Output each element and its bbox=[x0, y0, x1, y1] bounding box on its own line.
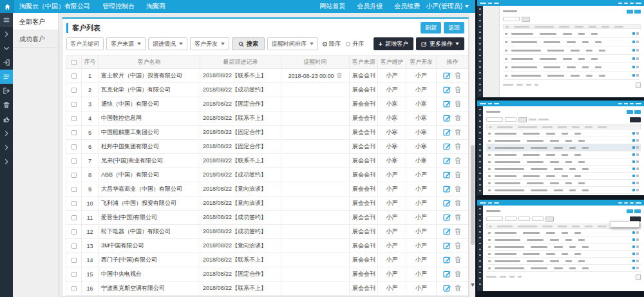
preview-row bbox=[486, 180, 641, 187]
delete-button[interactable] bbox=[454, 86, 462, 95]
preview-window-2[interactable] bbox=[477, 101, 644, 195]
refresh-button[interactable]: 刷新 bbox=[421, 22, 441, 34]
row-checkbox[interactable] bbox=[71, 102, 77, 107]
vertical-scrollbar[interactable] bbox=[470, 13, 475, 297]
nav-shop[interactable]: 淘聚商 bbox=[140, 2, 171, 11]
edit-button[interactable] bbox=[443, 86, 451, 95]
preview-row bbox=[486, 130, 641, 137]
row-checkbox[interactable] bbox=[71, 244, 77, 249]
nav-site-home[interactable]: 网站首页 bbox=[314, 2, 351, 11]
chevron-right-icon[interactable] bbox=[0, 155, 13, 169]
nav-console[interactable]: 管理控制台 bbox=[97, 2, 140, 11]
customer-keeper: 小寒 bbox=[378, 97, 406, 111]
keyword-input[interactable] bbox=[66, 37, 104, 50]
select-all-checkbox[interactable] bbox=[71, 60, 77, 65]
search-button[interactable]: 搜索 bbox=[232, 37, 265, 50]
edit-button[interactable] bbox=[443, 72, 451, 81]
delete-button[interactable] bbox=[454, 128, 462, 137]
scrollbar-down-arrow[interactable] bbox=[471, 283, 475, 287]
sort-asc-radio[interactable]: 升序 bbox=[346, 40, 364, 48]
reminder-delete-icon[interactable] bbox=[336, 72, 343, 80]
home-button[interactable] bbox=[0, 0, 14, 13]
sign-in-icon[interactable] bbox=[0, 55, 13, 70]
submenu-item-2[interactable]: 成功客户 bbox=[13, 30, 58, 48]
edit-button[interactable] bbox=[443, 213, 451, 222]
text-placeholder bbox=[546, 154, 555, 156]
col-header: 序号 bbox=[82, 56, 99, 69]
row-checkbox[interactable] bbox=[71, 272, 77, 277]
row-checkbox[interactable] bbox=[71, 229, 77, 235]
preview-window-1[interactable] bbox=[477, 0, 644, 97]
row-checkbox[interactable] bbox=[71, 88, 77, 93]
row-checkbox[interactable] bbox=[71, 73, 77, 79]
thumbs-up-icon[interactable] bbox=[0, 112, 13, 126]
edit-button[interactable] bbox=[443, 256, 451, 265]
preview-title-row bbox=[503, 8, 641, 14]
chevron-down-icon[interactable] bbox=[0, 41, 13, 55]
delete-button[interactable] bbox=[454, 72, 462, 81]
submenu-item-1[interactable]: 全部客户 bbox=[13, 13, 58, 30]
sort-desc-radio[interactable]: 降序 bbox=[323, 40, 341, 48]
nav-member-upgrade[interactable]: 会员升级 bbox=[351, 2, 388, 11]
delete-button[interactable] bbox=[454, 142, 462, 151]
nav-member-renew[interactable]: 会员续费 bbox=[388, 2, 426, 11]
followup-select[interactable]: 跟进情况 bbox=[148, 37, 187, 50]
edit-button[interactable] bbox=[443, 142, 451, 151]
edit-button[interactable] bbox=[443, 171, 451, 180]
row-checkbox[interactable] bbox=[71, 173, 77, 178]
edit-button[interactable] bbox=[443, 185, 451, 194]
row-checkbox[interactable] bbox=[71, 258, 77, 263]
delete-button[interactable] bbox=[454, 199, 462, 208]
row-checkbox[interactable] bbox=[71, 130, 77, 135]
user-menu[interactable]: 小严(管理员) bbox=[426, 2, 475, 11]
chevron-right-icon[interactable] bbox=[0, 126, 13, 140]
delete-button[interactable] bbox=[454, 242, 462, 251]
delete-button[interactable] bbox=[454, 100, 462, 109]
delete-button[interactable] bbox=[454, 270, 462, 279]
edit-button[interactable] bbox=[443, 128, 451, 137]
delete-button[interactable] bbox=[454, 157, 462, 166]
more-actions-button[interactable]: 更多操作 bbox=[416, 37, 464, 50]
back-button[interactable]: 返回 bbox=[444, 22, 464, 34]
company-name[interactable]: 淘聚云（中国）有限公司 bbox=[14, 2, 97, 11]
preview-edit-icon bbox=[632, 146, 635, 149]
edit-button[interactable] bbox=[443, 100, 451, 109]
text-placeholder bbox=[486, 276, 497, 278]
edit-button[interactable] bbox=[443, 270, 451, 279]
edit-button[interactable] bbox=[443, 284, 451, 293]
edit-button[interactable] bbox=[443, 114, 451, 123]
trash-icon[interactable] bbox=[0, 98, 13, 112]
source-select[interactable]: 客户来源 bbox=[106, 37, 146, 50]
chevron-right-icon[interactable] bbox=[0, 140, 13, 155]
customer-source: 展会会刊 bbox=[350, 126, 378, 140]
row-checkbox[interactable] bbox=[71, 116, 77, 121]
edit-button[interactable] bbox=[443, 227, 451, 236]
edit-button[interactable] bbox=[443, 157, 451, 166]
delete-button[interactable] bbox=[454, 114, 462, 123]
list-icon[interactable] bbox=[0, 70, 13, 84]
chevron-right-icon[interactable] bbox=[0, 27, 13, 41]
scrollbar-thumb[interactable] bbox=[471, 145, 475, 245]
followup-record: 2018/08/22【成功签约】 bbox=[200, 168, 281, 182]
customer-source: 展会会刊 bbox=[350, 211, 378, 225]
delete-button[interactable] bbox=[454, 185, 462, 194]
row-checkbox[interactable] bbox=[71, 144, 77, 149]
row-checkbox[interactable] bbox=[71, 215, 77, 220]
delete-button[interactable] bbox=[454, 256, 462, 265]
develop-select[interactable]: 客户开发 bbox=[190, 37, 229, 50]
sign-out-icon[interactable] bbox=[0, 84, 13, 98]
row-checkbox[interactable] bbox=[71, 286, 77, 291]
delete-button[interactable] bbox=[454, 227, 462, 236]
row-checkbox[interactable] bbox=[71, 158, 77, 164]
reminder-sort-select[interactable]: 提醒时间排序 bbox=[267, 37, 318, 50]
edit-button[interactable] bbox=[443, 242, 451, 251]
delete-button[interactable] bbox=[454, 284, 462, 293]
preview-window-3[interactable] bbox=[477, 200, 644, 291]
row-checkbox[interactable] bbox=[71, 201, 77, 206]
row-checkbox[interactable] bbox=[71, 187, 77, 192]
add-customer-button[interactable]: + 新增客户 bbox=[374, 37, 413, 50]
delete-button[interactable] bbox=[454, 171, 462, 180]
delete-button[interactable] bbox=[454, 213, 462, 222]
edit-button[interactable] bbox=[443, 199, 451, 208]
menu-icon[interactable] bbox=[0, 13, 13, 27]
